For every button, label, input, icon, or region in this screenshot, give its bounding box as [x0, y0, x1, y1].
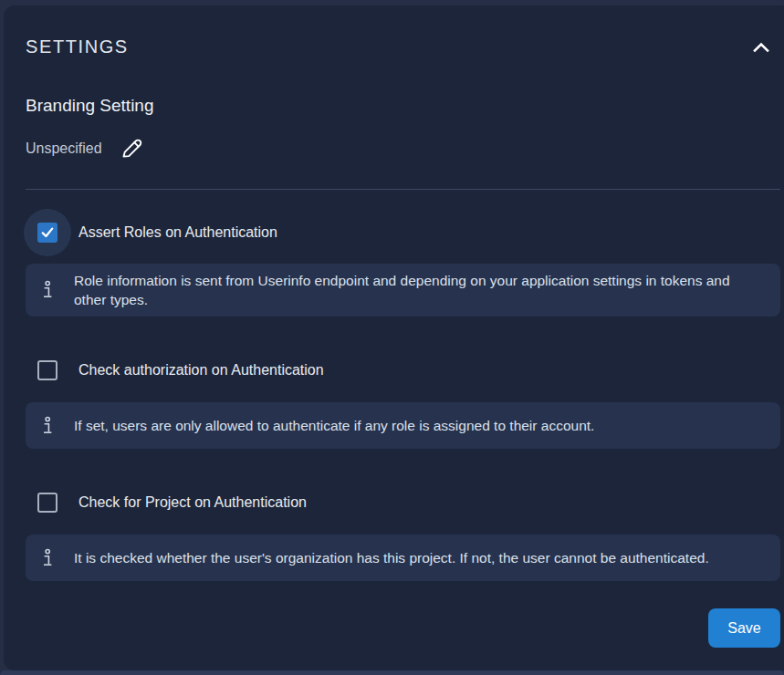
checkbox[interactable] [37, 493, 57, 513]
settings-panel: SETTINGS Branding Setting Unspecified [4, 5, 784, 670]
info-icon [42, 548, 53, 568]
option-label[interactable]: Check for Project on Authentication [78, 494, 307, 511]
panel-title: SETTINGS [26, 36, 129, 57]
info-box: Role information is sent from Userinfo e… [26, 264, 780, 317]
panel-header: SETTINGS [26, 36, 780, 57]
option-label[interactable]: Check authorization on Authentication [78, 362, 324, 379]
option-row: Check authorization on Authentication [26, 347, 780, 394]
info-text: Role information is sent from Userinfo e… [74, 271, 766, 309]
save-row: Save [26, 608, 780, 648]
info-text: It is checked whether the user's organiz… [74, 548, 709, 567]
options-list: Assert Roles on Authentication Role info… [26, 190, 780, 581]
info-box: It is checked whether the user's organiz… [26, 535, 780, 581]
option-label[interactable]: Assert Roles on Authentication [78, 224, 277, 241]
checkbox-halo [24, 479, 71, 526]
save-button[interactable]: Save [708, 608, 780, 648]
branding-value-row: Unspecified [26, 136, 780, 161]
checkbox-halo [24, 347, 71, 394]
collapse-panel-button[interactable] [753, 42, 769, 53]
chevron-up-icon [753, 42, 769, 56]
info-icon [42, 416, 53, 436]
info-box: If set, users are only allowed to authen… [26, 402, 780, 449]
checkbox[interactable] [37, 360, 57, 380]
background-card-edge [0, 670, 784, 675]
edit-branding-button[interactable] [119, 136, 144, 161]
checkbox[interactable] [37, 223, 57, 243]
option-row: Assert Roles on Authentication [26, 209, 780, 256]
info-icon [42, 280, 53, 300]
option-row: Check for Project on Authentication [26, 479, 780, 526]
info-text: If set, users are only allowed to authen… [74, 416, 594, 435]
pencil-icon [119, 151, 144, 164]
branding-value: Unspecified [26, 140, 102, 157]
checkbox-halo [24, 209, 71, 256]
branding-setting-label: Branding Setting [26, 96, 780, 116]
